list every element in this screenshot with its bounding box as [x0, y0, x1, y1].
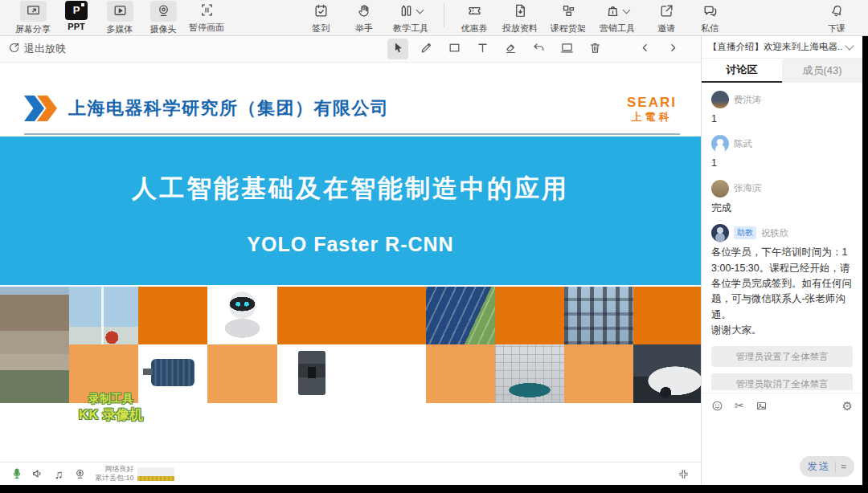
chat-sidebar: 【直播介绍】欢迎来到上海电器... 讨论区 成员(43) 费洪涛 1 陈武 1: [701, 36, 862, 485]
settings-button[interactable]: ⚙: [842, 400, 853, 412]
chat-input-toolbar: ✂ ⚙: [702, 393, 862, 418]
private-message-icon: [702, 2, 718, 21]
undo-tool-button[interactable]: [528, 39, 549, 59]
select-tool-button[interactable]: [387, 39, 408, 59]
toolbar-group-session: 邀请 私信 下课: [645, 2, 858, 35]
raise-hand-button[interactable]: 举手: [343, 2, 385, 35]
scissors-button[interactable]: ✂: [735, 400, 744, 411]
course-shelf-icon: [561, 2, 576, 21]
board-tool-icon: [560, 41, 574, 58]
exit-presentation-button[interactable]: 退出放映: [8, 42, 66, 56]
screen-share-icon: [20, 1, 47, 22]
mosaic-photo-circuit-breaker: [277, 344, 426, 403]
send-button[interactable]: 发送 =: [800, 456, 854, 477]
send-menu-icon: =: [841, 462, 846, 471]
materials-button[interactable]: 投放资料: [497, 2, 543, 35]
webcam-button[interactable]: [69, 468, 90, 480]
chat-message: 助教 祝轶欣 各位学员，下午培训时间为：13:00-15:30。课程已经开始，请…: [711, 224, 853, 338]
avatar: [711, 180, 729, 198]
raise-hand-icon: [357, 2, 372, 21]
slide-header: 上海电器科学研究所（集团）有限公司 SEARI 上電科: [24, 84, 677, 133]
image-button[interactable]: [755, 400, 768, 412]
invite-button[interactable]: 邀请: [645, 2, 687, 35]
emoji-button[interactable]: [711, 400, 723, 412]
ppt-button[interactable]: P PPT: [55, 1, 97, 31]
live-intro-bar[interactable]: 【直播介绍】欢迎来到上海电器...: [702, 36, 862, 59]
avatar: [711, 135, 729, 153]
mosaic-orange-tile: [277, 287, 426, 344]
undo-tool-icon: [532, 41, 546, 58]
course-shelf-button[interactable]: 课程货架: [545, 2, 592, 35]
toolbar-group-teaching: 签到 举手 教学工具 优惠券: [299, 2, 642, 35]
header-divider: [24, 133, 680, 135]
avatar: [711, 224, 729, 242]
bottom-status-bar: ♫ 网络良好 累计丢包:10: [0, 462, 701, 485]
mosaic-orange-tile: [633, 287, 701, 344]
chat-message: 张海滨 完成: [711, 180, 853, 216]
mosaic-photo-robot: [207, 287, 277, 344]
toolbar-group-presentation: 屏幕分享 P PPT 多媒体 摄像头: [11, 1, 228, 35]
chevron-down-icon: [623, 6, 631, 14]
slide-canvas: 上海电器科学研究所（集团）有限公司 SEARI 上電科 人工智能基础及在智能制造…: [0, 63, 701, 462]
sidebar-tabs: 讨论区 成员(43): [702, 59, 862, 83]
board-tool-button[interactable]: [556, 39, 577, 59]
private-message-button[interactable]: 私信: [689, 2, 731, 35]
eraser-tool-button[interactable]: [500, 39, 521, 59]
photo-mosaic: [0, 287, 701, 403]
mosaic-photo-wind-turbine: [69, 287, 138, 344]
mic-button[interactable]: [6, 467, 27, 480]
end-class-icon: [829, 2, 845, 21]
marketing-tools-icon: [605, 2, 629, 21]
prev-slide-button[interactable]: [634, 39, 655, 59]
presenter-bar: 退出放映: [0, 36, 701, 63]
company-name: 上海电器科学研究所（集团）有限公司: [68, 96, 390, 120]
screen-share-button[interactable]: 屏幕分享: [12, 1, 54, 35]
slide-title-box: 人工智能基础及在智能制造中的应用 YOLO Faster R-CNN: [0, 136, 701, 285]
rect-tool-icon: [448, 41, 461, 58]
network-graph: [137, 467, 174, 481]
end-class-button[interactable]: 下课: [816, 2, 858, 35]
send-row: 发送 =: [800, 456, 854, 477]
scissors-icon: ✂: [735, 400, 744, 411]
sign-in-button[interactable]: 签到: [300, 2, 342, 35]
app-window: 屏幕分享 P PPT 多媒体 摄像头: [0, 0, 868, 493]
chevron-down-icon: [416, 6, 424, 14]
collapse-button[interactable]: [678, 468, 690, 480]
pause-frame-icon: [199, 1, 215, 20]
mosaic-photo-electric-car: [633, 344, 701, 403]
mosaic-photo-solar-panels: [426, 287, 495, 344]
avatar: [711, 91, 729, 108]
tab-members[interactable]: 成员(43): [782, 59, 862, 83]
teaching-tools-button[interactable]: 教学工具: [387, 2, 435, 35]
chat-input[interactable]: [702, 418, 862, 453]
slide-title: 人工智能基础及在智能制造中的应用: [0, 172, 701, 206]
pause-frame-button[interactable]: 暂停画面: [186, 1, 227, 34]
next-slide-button[interactable]: [662, 39, 683, 59]
speaker-button[interactable]: [27, 467, 48, 480]
multimedia-button[interactable]: 多媒体: [99, 1, 141, 35]
mosaic-photo-electrical-equipment: [564, 287, 633, 344]
rect-tool-button[interactable]: [444, 39, 465, 59]
camera-button[interactable]: 摄像头: [142, 1, 184, 35]
annotation-toolbar: [387, 39, 683, 59]
gear-icon: ⚙: [842, 400, 853, 412]
message-list[interactable]: 费洪涛 1 陈武 1 张海滨 完成: [702, 83, 862, 390]
clear-tool-button[interactable]: [584, 39, 605, 59]
materials-icon: [513, 2, 528, 21]
eraser-tool-icon: [504, 41, 518, 58]
network-status: 网络良好 累计丢包:10: [95, 465, 134, 483]
music-button[interactable]: ♫: [48, 468, 69, 480]
mosaic-orange-tile: [426, 344, 495, 403]
system-notice: 管理员设置了全体禁言: [711, 346, 853, 367]
pen-tool-button[interactable]: [416, 39, 436, 59]
tab-discussion[interactable]: 讨论区: [702, 59, 782, 83]
mosaic-photo-institute-building: [0, 287, 69, 403]
coupon-icon: [467, 2, 482, 21]
coupon-button[interactable]: 优惠券: [453, 2, 495, 35]
marketing-tools-button[interactable]: 营销工具: [593, 2, 641, 35]
chevron-down-icon: [845, 41, 854, 50]
text-tool-button[interactable]: [472, 39, 493, 59]
teaching-tools-icon: [399, 2, 423, 21]
invite-icon: [659, 2, 674, 21]
select-tool-icon: [391, 41, 405, 58]
